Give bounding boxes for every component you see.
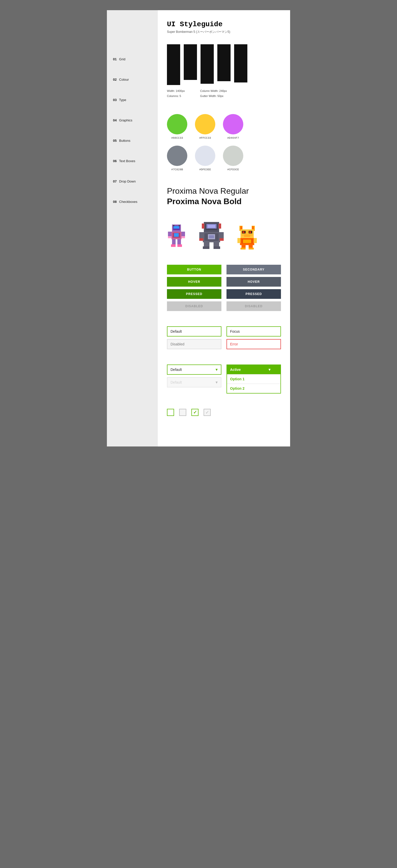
- svg-rect-44: [244, 235, 250, 237]
- checkbox-checked[interactable]: ✓: [191, 409, 198, 416]
- dropdown-option-1[interactable]: Option 1: [227, 374, 280, 383]
- checkbox-unchecked[interactable]: [167, 409, 174, 416]
- sidebar-item-graphics[interactable]: 04 Graphics: [107, 112, 158, 132]
- textbox-focus[interactable]: [226, 326, 281, 337]
- sidebar-item-colour[interactable]: 02 Colour: [107, 71, 158, 92]
- dropdown-default[interactable]: Default: [167, 365, 221, 375]
- svg-rect-2: [174, 226, 179, 228]
- dropdown-active-open: Active ▼ Option 1 Option 2: [226, 365, 281, 394]
- svg-rect-12: [172, 239, 176, 245]
- btn-primary-normal[interactable]: BUTTON: [167, 265, 221, 274]
- svg-rect-19: [208, 225, 215, 228]
- btn-secondary-disabled: DISABLED: [226, 301, 281, 311]
- colour-swatch-purple: #D464F7: [223, 114, 243, 140]
- colour-circle-light-blue: [195, 146, 215, 166]
- svg-rect-4: [179, 225, 180, 226]
- dropdown-active-bar[interactable]: Active ▼: [227, 365, 280, 374]
- colour-circle-purple: [223, 114, 243, 134]
- checkbox-unchecked-disabled: [179, 409, 186, 416]
- svg-rect-29: [220, 238, 224, 241]
- dropdown-col-left: Default ▼ Default ▼: [167, 365, 221, 388]
- type-bold: Proxima Nova Bold: [167, 197, 281, 206]
- btn-primary-hover[interactable]: HOVER: [167, 277, 221, 287]
- section-textboxes: [167, 326, 281, 349]
- sidebar-item-dropdown[interactable]: 07 Drop Down: [107, 173, 158, 193]
- sidebar-item-buttons[interactable]: 05 Buttons: [107, 132, 158, 153]
- colour-swatch-yellow: #FFCC33: [195, 114, 215, 140]
- colour-label-yellow: #FFCC33: [199, 136, 211, 140]
- dropdown-active-label: Active: [230, 368, 241, 372]
- dropdown-col-right: Active ▼ Option 1 Option 2: [226, 365, 281, 394]
- section-grid: Width: 1400px Columns: 5 Column Width: 2…: [167, 44, 281, 99]
- svg-rect-42: [243, 231, 245, 233]
- btn-primary-disabled: DISABLED: [167, 301, 221, 311]
- colour-circle-yellow: [195, 114, 215, 134]
- dropdown-option-2[interactable]: Option 2: [227, 383, 280, 393]
- sidebar-item-textboxes[interactable]: 06 Text Boxes: [107, 153, 158, 173]
- svg-rect-3: [173, 225, 174, 226]
- sidebar-item-grid[interactable]: 01 Grid: [107, 51, 158, 71]
- svg-rect-53: [249, 248, 254, 249]
- page-container: 01 Grid 02 Colour 03 Type 04 Graphics 05: [107, 10, 290, 446]
- sidebar-label-type: Type: [119, 98, 126, 102]
- checkmark-disabled-icon: ✓: [205, 409, 209, 415]
- sidebar-label-dropdown: Drop Down: [119, 180, 135, 183]
- colour-row-2: #7C828B #DFE3EE #CFD3CE: [167, 146, 281, 171]
- textbox-error[interactable]: [226, 339, 281, 349]
- sidebar-num-04: 04: [113, 118, 117, 122]
- colour-circle-light-gray: [223, 146, 243, 166]
- svg-rect-33: [214, 246, 220, 249]
- colour-label-green: #66CC33: [171, 136, 183, 140]
- checkmark-icon: ✓: [193, 409, 197, 415]
- svg-rect-26: [199, 232, 203, 239]
- svg-rect-25: [209, 235, 214, 238]
- dropdown-active-arrow-icon: ▼: [268, 368, 271, 372]
- svg-rect-7: [174, 233, 179, 237]
- svg-rect-43: [249, 231, 251, 233]
- btn-primary-pressed[interactable]: PRESSED: [167, 289, 221, 299]
- dropdown-disabled: Default: [167, 377, 221, 388]
- sprite-character-1: [167, 224, 186, 249]
- svg-rect-28: [199, 238, 203, 241]
- checkbox-checked-disabled: ✓: [204, 409, 211, 416]
- colour-swatch-green: #66CC33: [167, 114, 187, 140]
- colour-label-light-gray: #CFD3CE: [227, 168, 239, 171]
- textbox-disabled: [167, 339, 221, 349]
- colour-label-purple: #D464F7: [227, 136, 239, 140]
- svg-rect-10: [168, 236, 172, 238]
- sidebar-num-08: 08: [113, 200, 117, 204]
- buttons-col-secondary: SECONDARY HOVER PRESSED DISABLED: [226, 265, 281, 311]
- section-checkboxes: ✓ ✓: [167, 409, 281, 416]
- svg-rect-32: [203, 246, 209, 249]
- grid-info: Width: 1400px Columns: 5 Column Width: 2…: [167, 89, 281, 99]
- sidebar-num-01: 01: [113, 57, 117, 61]
- section-colour: #66CC33 #FFCC33 #D464F7 #7C828B: [167, 114, 281, 171]
- btn-secondary-hover[interactable]: HOVER: [226, 277, 281, 287]
- svg-rect-48: [238, 238, 241, 243]
- sidebar: 01 Grid 02 Colour 03 Type 04 Graphics 05: [107, 10, 158, 446]
- dropdown-default-wrapper: Default ▼: [167, 365, 221, 375]
- header: UI Styleguide Super Bomberman 5 (スーパーボンバ…: [167, 20, 281, 34]
- sidebar-num-03: 03: [113, 98, 117, 102]
- btn-secondary-pressed[interactable]: PRESSED: [226, 289, 281, 299]
- svg-rect-27: [220, 232, 224, 239]
- sidebar-item-type[interactable]: 03 Type: [107, 92, 158, 112]
- type-regular: Proxima Nova Regular: [167, 186, 281, 196]
- sprite-character-2: [199, 221, 224, 249]
- sidebar-item-checkboxes[interactable]: 08 Checkboxes: [107, 193, 158, 214]
- sidebar-num-05: 05: [113, 139, 117, 143]
- buttons-col-primary: BUTTON HOVER PRESSED DISABLED: [167, 265, 221, 311]
- textbox-col-left: [167, 326, 221, 349]
- svg-rect-37: [252, 226, 254, 230]
- svg-rect-13: [177, 239, 181, 245]
- svg-rect-36: [241, 226, 242, 230]
- textbox-default[interactable]: [167, 326, 221, 337]
- sidebar-num-06: 06: [113, 159, 117, 163]
- svg-rect-20: [202, 223, 204, 228]
- grid-col-width: Column Width: 240px: [200, 89, 227, 94]
- svg-rect-47: [243, 240, 251, 243]
- grid-gutter: Gutter Width: 50px: [200, 94, 227, 99]
- btn-secondary-normal[interactable]: SECONDARY: [226, 265, 281, 274]
- grid-col-3: [201, 44, 214, 84]
- colour-circle-green: [167, 114, 187, 134]
